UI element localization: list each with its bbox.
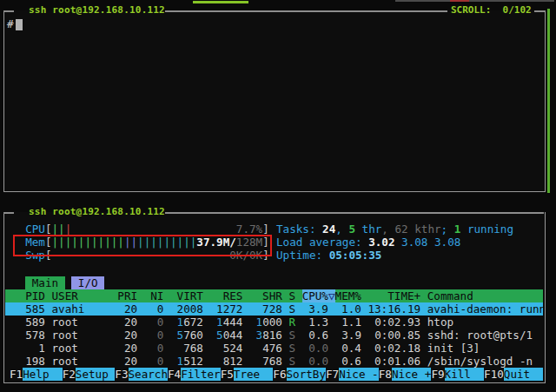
shell-prompt[interactable]: # (7, 17, 14, 30)
fkey-number: F2 (63, 368, 76, 381)
pane-bottom-title: ssh root@192.168.10.112 (29, 206, 165, 217)
function-key-bar[interactable]: F1Help F2Setup F3SearchF4FilterF5Tree F6… (10, 368, 543, 381)
process-row[interactable]: 1 root 20 0 768 524 476 S 0.0 0.4 0:02.1… (5, 342, 543, 355)
pane-top-border-stub-right (534, 10, 546, 12)
fkey-action[interactable]: Nice + (392, 368, 432, 381)
pane-top-green-edge (547, 9, 550, 193)
fkey-action[interactable]: SortBy (287, 368, 327, 381)
text-cursor (16, 19, 23, 30)
fkey-action[interactable]: Kill (445, 368, 485, 381)
cpu-meter: CPU[||| 7.7%] (12, 223, 269, 236)
fkey-action[interactable]: Quit (504, 368, 543, 381)
process-row[interactable]: 589 root 20 0 1672 1444 1000 R 1.3 1.1 0… (5, 316, 543, 329)
pane-top-border-stub-left (3, 10, 14, 12)
fkey-action[interactable]: Nice - (339, 368, 379, 381)
process-row[interactable]: 578 root 20 0 5760 5044 3816 S 0.6 3.9 0… (5, 329, 543, 342)
mem-annotation-box (13, 235, 272, 256)
fkey-number: F1 (10, 368, 23, 381)
fkey-number: F5 (221, 368, 234, 381)
fkey-number: F6 (273, 368, 286, 381)
fkey-action[interactable]: Filter (181, 368, 221, 381)
terminal-screen: ssh root@192.168.10.112 SCROLL: 0/102 # … (0, 0, 556, 392)
uptime: Uptime: 05:05:35 (276, 249, 381, 262)
fkey-action[interactable]: Help (23, 368, 63, 381)
pane-top-border (3, 10, 546, 192)
fkey-number: F4 (168, 368, 181, 381)
pane-top-title: ssh root@192.168.10.112 (29, 4, 165, 16)
pane-top-title-line (165, 10, 447, 12)
fkey-number: F8 (379, 368, 392, 381)
fkey-action[interactable]: Setup (76, 368, 116, 381)
process-row[interactable]: 198 root 20 0 1512 812 768 S 0.0 0.6 0:0… (5, 355, 543, 368)
fkey-number: F7 (326, 368, 339, 381)
tasks-summary: Tasks: 24, 5 thr, 62 kthr; 1 running (276, 223, 513, 236)
fkey-number: F3 (115, 368, 128, 381)
process-row-selected[interactable]: 585 avahi 20 0 2008 1272 728 S 3.9 1.0 1… (5, 302, 543, 316)
pane-top[interactable]: ssh root@192.168.10.112 SCROLL: 0/102 # (0, 0, 556, 200)
load-average: Load average: 3.02 3.08 3.08 (276, 236, 460, 249)
fkey-action[interactable]: Search (129, 368, 169, 381)
process-table-header[interactable]: PID USER PRI NI VIRT RES SHR S CPU%▽MEM%… (5, 289, 543, 302)
pane-bottom-title-line (165, 212, 544, 214)
scroll-indicator: SCROLL: 0/102 (451, 4, 532, 16)
pane-bottom-border-stub-left (3, 212, 14, 214)
pane-bottom[interactable]: ssh root@192.168.10.112 CPU[||| 7.7%] Me… (0, 202, 556, 392)
fkey-action[interactable]: Tree (234, 368, 274, 381)
htop-tabs[interactable]: Main I/O (12, 276, 104, 289)
fkey-number: F9 (431, 368, 444, 381)
fkey-number: F10 (484, 368, 504, 381)
